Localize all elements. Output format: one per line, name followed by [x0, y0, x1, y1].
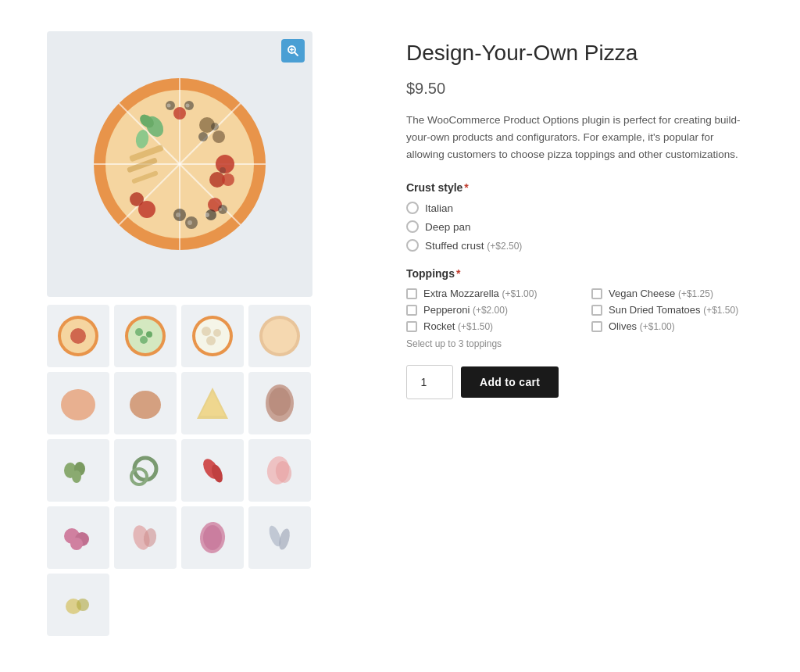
svg-point-39 — [167, 104, 171, 108]
thumbnail-8[interactable] — [248, 372, 311, 434]
svg-point-19 — [222, 173, 234, 186]
thumbnail-grid — [47, 305, 375, 636]
topping-vegan-cheese-label: Vegan Cheese (+$1.25) — [609, 288, 713, 299]
thumbnail-17[interactable] — [47, 574, 109, 636]
add-to-cart-button[interactable]: Add to cart — [461, 366, 559, 398]
thumbnail-2[interactable] — [114, 305, 177, 367]
crust-deeppan-option[interactable]: Deep pan — [406, 220, 753, 233]
crust-style-label: Crust style* — [406, 181, 753, 194]
toppings-grid: Extra Mozzarella (+$1.00) Vegan Cheese (… — [406, 288, 753, 332]
right-column: Design-Your-Own Pizza $9.50 The WooComme… — [406, 31, 753, 636]
svg-point-15 — [198, 132, 208, 141]
crust-italian-option[interactable]: Italian — [406, 202, 753, 214]
topping-olives-checkbox[interactable] — [591, 321, 602, 332]
svg-point-52 — [206, 336, 216, 345]
topping-olives-label: Olives (+$1.00) — [609, 320, 675, 332]
topping-sun-dried-checkbox[interactable] — [591, 305, 602, 316]
crust-deeppan-radio[interactable] — [406, 220, 419, 233]
thumbnail-10[interactable] — [114, 439, 177, 502]
crust-italian-label: Italian — [425, 202, 453, 214]
svg-point-45 — [135, 328, 143, 336]
thumbnail-6[interactable] — [114, 372, 177, 434]
svg-point-25 — [219, 208, 222, 211]
svg-point-20 — [220, 167, 226, 173]
svg-point-72 — [70, 538, 83, 550]
topping-extra-mozz-checkbox[interactable] — [406, 288, 417, 299]
thumbnail-9[interactable] — [47, 439, 109, 502]
select-limit-text: Select up to 3 toppings — [406, 338, 753, 349]
svg-point-51 — [213, 329, 221, 337]
pizza-illustration — [86, 70, 273, 258]
topping-rocket-checkbox[interactable] — [406, 321, 417, 332]
topping-olives[interactable]: Olives (+$1.00) — [591, 320, 753, 332]
quantity-input[interactable] — [406, 365, 453, 399]
svg-point-56 — [130, 391, 161, 419]
topping-extra-mozz-label: Extra Mozzarella (+$1.00) — [423, 288, 537, 299]
svg-point-46 — [146, 331, 152, 338]
svg-point-49 — [195, 319, 230, 353]
thumbnail-1[interactable] — [47, 305, 109, 367]
thumbnail-5[interactable] — [47, 372, 109, 434]
thumbnail-4[interactable] — [248, 305, 311, 367]
toppings-required-star: * — [456, 267, 460, 280]
add-to-cart-row: Add to cart — [406, 365, 753, 399]
svg-point-35 — [173, 107, 186, 120]
zoom-button[interactable] — [281, 39, 305, 63]
product-description: The WooCommerce Product Options plugin i… — [406, 112, 753, 163]
product-title: Design-Your-Own Pizza — [406, 39, 753, 67]
crust-required-star: * — [464, 181, 468, 194]
thumbnail-11[interactable] — [181, 439, 244, 502]
stuffed-crust-price: (+$2.50) — [487, 241, 522, 252]
main-product-image — [47, 31, 312, 297]
svg-point-50 — [202, 327, 211, 336]
topping-pepperoni-label: Pepperoni (+$2.00) — [423, 304, 508, 316]
svg-point-47 — [140, 336, 148, 344]
topping-rocket[interactable]: Rocket (+$1.50) — [406, 320, 568, 332]
svg-point-14 — [212, 130, 225, 143]
thumbnail-14[interactable] — [114, 506, 177, 569]
svg-point-76 — [203, 525, 222, 550]
topping-sun-dried-label: Sun Dried Tomatoes (+$1.50) — [609, 304, 738, 316]
svg-point-63 — [72, 470, 81, 483]
svg-point-44 — [128, 319, 162, 353]
crust-deeppan-label: Deep pan — [425, 221, 471, 233]
crust-stuffed-label: Stuffed crust (+$2.50) — [425, 240, 522, 252]
topping-extra-mozz[interactable]: Extra Mozzarella (+$1.00) — [406, 288, 568, 299]
svg-marker-58 — [200, 391, 225, 416]
crust-stuffed-radio[interactable] — [406, 239, 419, 252]
topping-sun-dried[interactable]: Sun Dried Tomatoes (+$1.50) — [591, 304, 753, 316]
svg-point-23 — [205, 213, 209, 217]
thumbnail-16[interactable] — [248, 506, 311, 569]
svg-point-80 — [77, 599, 89, 611]
topping-rocket-label: Rocket (+$1.50) — [423, 320, 493, 332]
topping-pepperoni-checkbox[interactable] — [406, 305, 417, 316]
left-column — [47, 31, 375, 636]
product-price: $9.50 — [406, 80, 753, 98]
crust-style-group: Crust style* Italian Deep pan Stuffed cr… — [406, 181, 753, 252]
page-wrapper: Design-Your-Own Pizza $9.50 The WooComme… — [0, 0, 800, 667]
topping-vegan-cheese-checkbox[interactable] — [591, 288, 602, 299]
toppings-group: Toppings* Extra Mozzarella (+$1.00) Vega… — [406, 267, 753, 349]
svg-point-29 — [188, 220, 192, 225]
svg-line-1 — [295, 52, 298, 55]
topping-pepperoni[interactable]: Pepperoni (+$2.00) — [406, 304, 568, 316]
thumbnail-15[interactable] — [181, 506, 244, 569]
thumbnail-12[interactable] — [248, 439, 311, 502]
thumbnail-3[interactable] — [181, 305, 244, 367]
crust-stuffed-option[interactable]: Stuffed crust (+$2.50) — [406, 239, 753, 252]
svg-point-38 — [186, 104, 190, 108]
svg-point-16 — [211, 123, 219, 130]
svg-point-54 — [262, 319, 297, 353]
svg-point-27 — [176, 213, 180, 217]
thumbnail-7[interactable] — [181, 372, 244, 434]
topping-vegan-cheese[interactable]: Vegan Cheese (+$1.25) — [591, 288, 753, 299]
svg-point-31 — [130, 192, 144, 206]
svg-point-60 — [269, 388, 291, 416]
toppings-label: Toppings* — [406, 267, 753, 280]
svg-point-55 — [61, 389, 95, 420]
svg-point-42 — [70, 328, 86, 344]
crust-italian-radio[interactable] — [406, 202, 419, 214]
thumbnail-13[interactable] — [47, 506, 109, 569]
